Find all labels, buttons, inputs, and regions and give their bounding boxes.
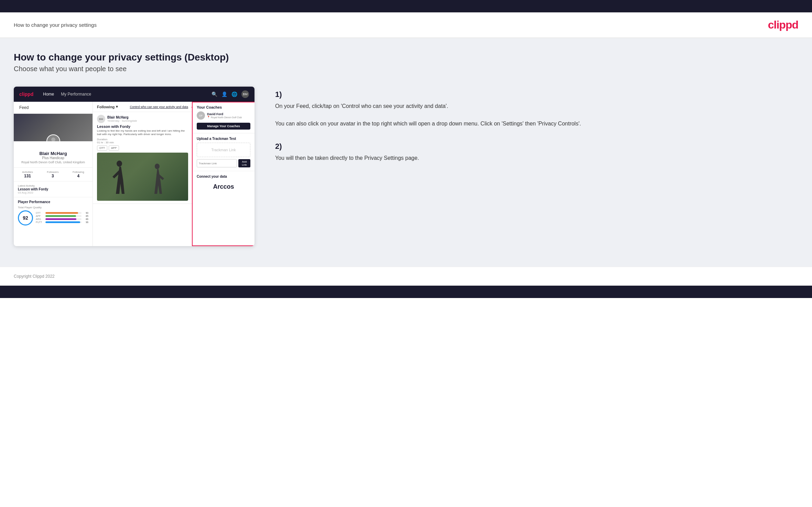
trackman-input-row: Add Link: [197, 159, 250, 167]
post-tags: OTT APP: [97, 145, 188, 151]
control-privacy-link[interactable]: Control who can see your activity and da…: [130, 105, 188, 109]
bar-app-label: APP: [36, 215, 44, 217]
user-icon[interactable]: 👤: [221, 91, 227, 97]
avatar[interactable]: BM: [241, 90, 249, 98]
header: How to change your privacy settings clip…: [0, 12, 812, 38]
breadcrumb: How to change your privacy settings: [14, 22, 97, 28]
app-nav-home[interactable]: Home: [43, 92, 54, 97]
latest-activity-label: Latest Activity: [18, 184, 88, 187]
coach-info: David Ford 📍 Royal North Devon Golf Club: [207, 112, 242, 119]
latest-activity-date: 03 Aug 2022: [18, 191, 88, 194]
bar-arg-label: ARG: [36, 218, 44, 220]
post-image: [97, 153, 188, 201]
bar-putt-fill: [45, 221, 80, 223]
bar-ott-fill: [45, 212, 78, 214]
golfer-silhouette-left: [107, 159, 131, 201]
trackman-input[interactable]: [197, 159, 237, 167]
arccos-logo: Arccos: [197, 180, 250, 193]
step2-text: You will then be taken directly to the P…: [275, 154, 798, 163]
main-content: How to change your privacy settings (Des…: [0, 38, 812, 267]
bar-ott-track: [45, 212, 82, 214]
duration-label: Duration: [97, 138, 107, 141]
coach-club-text: Royal North Devon Golf Club: [211, 116, 242, 119]
page-subtitle: Choose what you want people to see: [14, 65, 798, 73]
bar-arg: ARG 86: [36, 218, 88, 220]
quality-label: Total Player Quality: [18, 206, 88, 209]
feed-header-wrapper: Following ▾ Control who can see your act…: [93, 102, 192, 112]
instructions-panel: 1) On your Feed, click/tap on 'Control w…: [268, 87, 798, 176]
search-icon[interactable]: 🔍: [212, 91, 217, 97]
app-nav-my-performance[interactable]: My Performance: [61, 92, 91, 97]
manage-coaches-button[interactable]: Manage Your Coaches: [197, 123, 250, 130]
profile-avatar[interactable]: [46, 134, 60, 141]
clippd-logo: clippd: [768, 19, 798, 31]
bar-arg-val: 86: [83, 218, 88, 220]
step2-number: 2): [275, 142, 798, 151]
post-title: Lesson with Fordy: [97, 124, 188, 129]
app-nav-icons: 🔍 👤 🌐 BM: [212, 90, 249, 98]
bar-arg-fill: [45, 218, 76, 220]
duration-value: 01 hr : 30 min: [97, 141, 114, 144]
right-panel-wrapper: Your Coaches DF David Ford 📍 Royal North…: [193, 102, 255, 246]
coaches-section: Your Coaches DF David Ford 📍 Royal North…: [193, 102, 255, 133]
activities-label: Activities: [22, 170, 33, 174]
feed-tab[interactable]: Feed: [14, 102, 93, 114]
footer: Copyright Clippd 2022: [0, 267, 812, 286]
connect-section: Connect your data Arccos: [193, 171, 255, 197]
activities-value: 131: [22, 174, 33, 178]
stat-following: Following 4: [73, 170, 84, 178]
app-navbar: clippd Home My Performance 🔍 👤 🌐 BM: [14, 87, 255, 102]
screenshot-area: clippd Home My Performance 🔍 👤 🌐 BM Feed: [14, 87, 798, 246]
profile-club: Royal North Devon Golf Club, United King…: [17, 161, 89, 164]
avatar-container: [46, 134, 60, 141]
page-title: How to change your privacy settings (Des…: [14, 52, 798, 63]
stat-followers: Followers 3: [47, 170, 58, 178]
trackman-section: Upload a Trackman Test Trackman Link Add…: [193, 133, 255, 171]
latest-activity-value: Lesson with Fordy: [18, 187, 88, 191]
trackman-link-placeholder: Trackman Link: [197, 143, 250, 157]
golfer-silhouette-right: [147, 163, 167, 201]
footer-text: Copyright Clippd 2022: [14, 274, 55, 279]
chevron-down-icon: ▾: [116, 104, 118, 109]
quality-bars: OTT 90 APP: [36, 212, 88, 224]
quality-score: 92: [18, 210, 33, 225]
profile-name: Blair McHarg: [17, 151, 89, 156]
svg-point-2: [155, 164, 160, 169]
bar-app-track: [45, 215, 82, 217]
bar-ott: OTT 90: [36, 212, 88, 214]
coaches-title: Your Coaches: [197, 105, 250, 109]
top-bar: [0, 0, 812, 12]
add-link-button[interactable]: Add Link: [238, 159, 250, 167]
app-body: Feed Blair McHarg Plus Handicap: [14, 102, 255, 246]
app-sidebar: Feed Blair McHarg Plus Handicap: [14, 102, 93, 246]
globe-icon[interactable]: 🌐: [231, 91, 237, 97]
step1-number: 1): [275, 90, 798, 99]
bar-app-fill: [45, 215, 76, 217]
followers-value: 3: [47, 174, 58, 178]
red-arrow-line: [192, 107, 192, 108]
feed-header: Following ▾ Control who can see your act…: [93, 102, 192, 112]
post-avatar: BM: [97, 115, 105, 123]
bar-ott-label: OTT: [36, 212, 44, 214]
bar-putt-val: 96: [83, 221, 88, 223]
step1-text: On your Feed, click/tap on 'Control who …: [275, 102, 798, 128]
tag-app: APP: [109, 145, 119, 151]
app-feed: Following ▾ Control who can see your act…: [93, 102, 193, 246]
bar-putt-label: PUTT: [36, 221, 44, 223]
feed-post: BM Blair McHarg Yesterday · Sunningdale …: [93, 112, 192, 204]
player-perf-title: Player Performance: [18, 200, 88, 204]
tag-ott: OTT: [97, 145, 107, 151]
instruction-1: 1) On your Feed, click/tap on 'Control w…: [275, 90, 798, 128]
coach-name: David Ford: [207, 112, 242, 116]
profile-stats: Activities 131 Followers 3 Following 4: [14, 168, 93, 181]
following-label: Following: [97, 105, 115, 109]
bar-arg-track: [45, 218, 82, 220]
coach-item: DF David Ford 📍 Royal North Devon Golf C…: [197, 111, 250, 120]
following-value: 4: [73, 174, 84, 178]
post-author-info: Blair McHarg Yesterday · Sunningdale: [107, 115, 137, 122]
post-author-name: Blair McHarg: [107, 115, 137, 119]
post-meta: Yesterday · Sunningdale: [107, 119, 137, 122]
bar-app-val: 85: [83, 215, 88, 217]
following-button[interactable]: Following ▾: [97, 104, 118, 109]
profile-cover-image: [14, 114, 93, 141]
